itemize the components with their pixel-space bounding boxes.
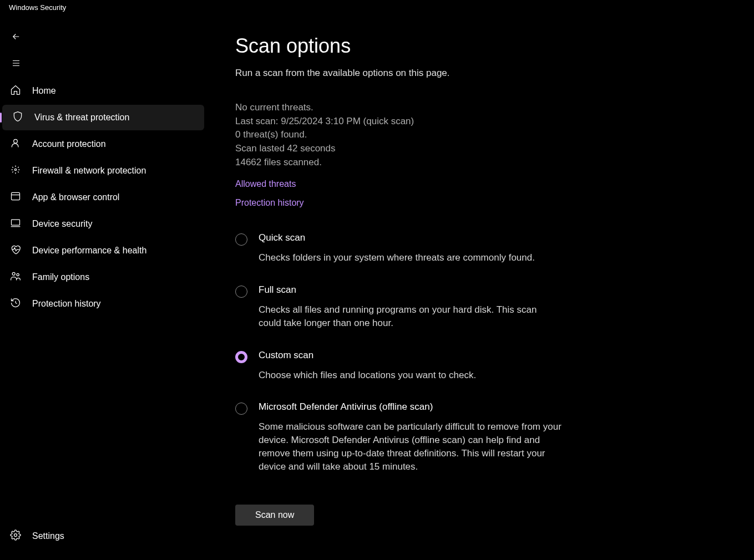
family-icon [10, 271, 21, 284]
sidebar-item-family[interactable]: Family options [0, 264, 206, 290]
option-desc: Checks all files and running programs on… [259, 303, 561, 330]
option-title: Microsoft Defender Antivirus (offline sc… [259, 401, 561, 413]
firewall-icon [10, 164, 21, 177]
arrow-left-icon [11, 32, 21, 44]
option-desc: Some malicious software can be particula… [259, 420, 561, 473]
scan-option-quick[interactable]: Quick scan Checks folders in your system… [235, 232, 561, 264]
sidebar-item-label: Family options [32, 272, 89, 282]
sidebar-item-firewall[interactable]: Firewall & network protection [0, 158, 206, 184]
svg-point-1 [14, 169, 16, 170]
svg-rect-2 [12, 192, 20, 200]
scan-now-button[interactable]: Scan now [235, 505, 314, 526]
page-title: Scan options [235, 34, 561, 58]
app-browser-icon [10, 191, 21, 204]
scan-options-list: Quick scan Checks folders in your system… [235, 232, 561, 473]
sidebar-item-label: Firewall & network protection [32, 166, 146, 176]
window-title: Windows Security [0, 0, 754, 18]
svg-point-4 [12, 272, 15, 275]
radio-icon [235, 351, 247, 363]
scan-option-full[interactable]: Full scan Checks all files and running p… [235, 284, 561, 330]
heart-icon [10, 244, 21, 257]
page-subtitle: Run a scan from the available options on… [235, 68, 561, 79]
option-desc: Checks folders in your system where thre… [259, 251, 561, 264]
history-icon [10, 297, 21, 310]
gear-icon [10, 530, 21, 543]
svg-rect-3 [12, 220, 20, 225]
sidebar-item-label: Virus & threat protection [34, 113, 129, 123]
sidebar-item-label: Device performance & health [32, 246, 146, 256]
sidebar-item-label: Account protection [32, 139, 106, 149]
device-security-icon [10, 217, 21, 231]
status-line: Last scan: 9/25/2024 3:10 PM (quick scan… [235, 115, 561, 129]
sidebar-item-protection-history[interactable]: Protection history [0, 291, 206, 317]
svg-point-5 [17, 273, 19, 276]
protection-history-link[interactable]: Protection history [235, 198, 561, 208]
status-line: 14662 files scanned. [235, 156, 561, 170]
option-desc: Choose which files and locations you wan… [259, 369, 561, 382]
status-line: 0 threat(s) found. [235, 128, 561, 142]
radio-icon [235, 286, 247, 298]
status-line: Scan lasted 42 seconds [235, 142, 561, 156]
sidebar-item-home[interactable]: Home [0, 78, 206, 104]
sidebar-item-label: App & browser control [32, 192, 119, 202]
status-line: No current threats. [235, 101, 561, 115]
back-button[interactable] [0, 25, 206, 50]
radio-icon [235, 233, 247, 246]
svg-point-6 [14, 534, 17, 537]
sidebar-item-account[interactable]: Account protection [0, 131, 206, 157]
sidebar-item-label: Device security [32, 219, 92, 229]
option-title: Full scan [259, 284, 561, 296]
sidebar-item-label: Home [32, 86, 56, 96]
main-content: Scan options Run a scan from the availab… [206, 18, 561, 560]
sidebar-item-settings[interactable]: Settings [0, 523, 206, 549]
sidebar-item-device-performance[interactable]: Device performance & health [0, 238, 206, 263]
option-title: Quick scan [259, 232, 561, 243]
svg-point-0 [14, 139, 18, 143]
sidebar-item-device-security[interactable]: Device security [0, 211, 206, 237]
sidebar-item-virus-threat[interactable]: Virus & threat protection [2, 105, 204, 130]
shield-icon [12, 111, 23, 124]
home-icon [10, 84, 21, 98]
hamburger-button[interactable] [0, 52, 206, 77]
account-icon [10, 138, 21, 151]
allowed-threats-link[interactable]: Allowed threats [235, 179, 561, 189]
sidebar-item-app-browser[interactable]: App & browser control [0, 185, 206, 210]
scan-status: No current threats. Last scan: 9/25/2024… [235, 101, 561, 169]
option-title: Custom scan [259, 350, 561, 361]
sidebar-item-label: Settings [32, 531, 64, 541]
sidebar: Home Virus & threat protection Account p… [0, 18, 206, 560]
radio-icon [235, 403, 247, 415]
menu-icon [11, 58, 21, 70]
scan-option-offline[interactable]: Microsoft Defender Antivirus (offline sc… [235, 401, 561, 473]
sidebar-item-label: Protection history [32, 299, 101, 309]
scan-option-custom[interactable]: Custom scan Choose which files and locat… [235, 350, 561, 382]
